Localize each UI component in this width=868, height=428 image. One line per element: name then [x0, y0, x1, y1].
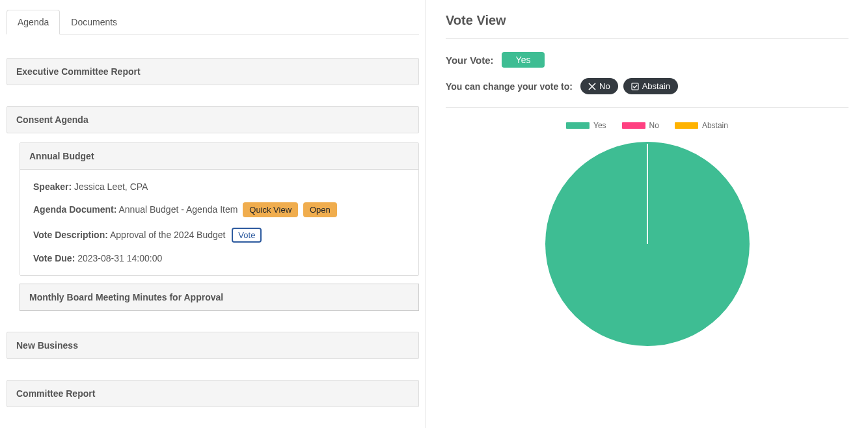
section-exec-report[interactable]: Executive Committee Report	[7, 58, 419, 85]
divider	[446, 107, 848, 108]
section-title: New Business	[16, 340, 409, 351]
speaker-label: Speaker:	[33, 181, 72, 192]
open-button[interactable]: Open	[303, 202, 337, 217]
your-vote-label: Your Vote:	[446, 55, 494, 66]
section-title: Executive Committee Report	[16, 66, 409, 77]
vote-desc-value: Approval of the 2024 Budget	[110, 230, 225, 240]
tab-documents[interactable]: Documents	[60, 10, 128, 34]
section-new-business[interactable]: New Business	[7, 332, 419, 359]
vote-abstain-label: Abstain	[642, 81, 670, 91]
section-title: Consent Agenda	[16, 114, 409, 125]
subsection-minutes[interactable]: Monthly Board Meeting Minutes for Approv…	[20, 284, 419, 311]
chart-legend: Yes No Abstain	[446, 121, 848, 130]
tab-agenda[interactable]: Agenda	[7, 10, 60, 34]
x-icon	[588, 83, 596, 90]
vote-desc-label: Vote Description:	[33, 230, 108, 240]
pie-chart	[545, 142, 750, 346]
vote-due-value: 2023-08-31 14:00:00	[77, 253, 162, 263]
speaker-value: Jessica Leet, CPA	[74, 181, 148, 192]
subsection-title[interactable]: Annual Budget	[20, 143, 418, 170]
swatch-abstain	[675, 122, 698, 129]
agenda-doc-label: Agenda Document:	[33, 204, 116, 215]
change-vote-row: You can change your vote to: No Abstain	[446, 78, 848, 94]
vote-no-label: No	[599, 81, 610, 91]
agenda-doc-row: Agenda Document: Annual Budget - Agenda …	[33, 202, 405, 217]
subsection-annual-budget: Annual Budget Speaker: Jessica Leet, CPA…	[20, 142, 419, 276]
section-consent-agenda[interactable]: Consent Agenda	[7, 106, 419, 133]
vote-due-row: Vote Due: 2023-08-31 14:00:00	[33, 253, 405, 263]
vote-due-label: Vote Due:	[33, 253, 75, 263]
section-title: Committee Report	[16, 388, 409, 399]
tabs: Agenda Documents	[7, 10, 419, 34]
swatch-yes	[566, 122, 590, 129]
swatch-no	[622, 122, 645, 129]
subsection-body: Speaker: Jessica Leet, CPA Agenda Docume…	[20, 170, 418, 275]
svg-rect-0	[632, 83, 638, 90]
speaker-row: Speaker: Jessica Leet, CPA	[33, 181, 405, 192]
your-vote-row: Your Vote: Yes	[446, 52, 848, 68]
agenda-doc-value: Annual Budget - Agenda Item	[118, 204, 237, 215]
vote-view-title: Vote View	[446, 13, 848, 28]
quick-view-button[interactable]: Quick View	[243, 202, 298, 217]
legend-no-label: No	[649, 121, 659, 130]
pie-wrapper	[446, 142, 848, 346]
vote-panel: Vote View Your Vote: Yes You can change …	[426, 0, 868, 428]
check-square-icon	[631, 83, 639, 90]
section-committee-report[interactable]: Committee Report	[7, 380, 419, 407]
vote-no-button[interactable]: No	[580, 78, 618, 94]
legend-no: No	[622, 121, 659, 130]
vote-chart: Yes No Abstain	[446, 121, 848, 346]
vote-desc-row: Vote Description: Approval of the 2024 B…	[33, 228, 405, 243]
legend-yes-label: Yes	[593, 121, 606, 130]
vote-button[interactable]: Vote	[232, 228, 262, 243]
legend-abstain-label: Abstain	[702, 121, 728, 130]
agenda-panel: Agenda Documents Executive Committee Rep…	[0, 0, 426, 428]
legend-abstain: Abstain	[675, 121, 728, 130]
change-vote-label: You can change your vote to:	[446, 81, 573, 92]
divider	[446, 38, 848, 39]
your-vote-badge: Yes	[502, 52, 545, 68]
legend-yes: Yes	[566, 121, 606, 130]
vote-abstain-button[interactable]: Abstain	[623, 78, 678, 94]
